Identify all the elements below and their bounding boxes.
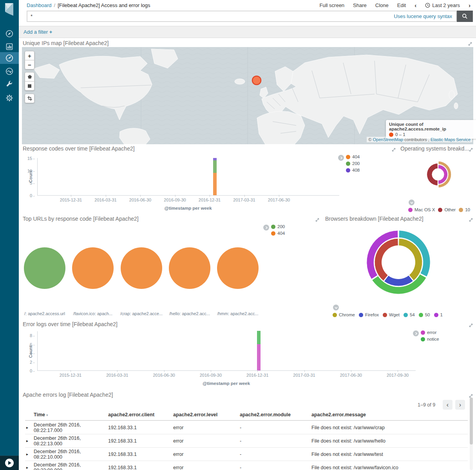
bar-segment-408[interactable] xyxy=(213,158,217,160)
openstreetmap-link[interactable]: OpenStreetMap xyxy=(373,137,404,142)
column-header-message[interactable]: apache2.error.message xyxy=(311,412,468,417)
legend-item-54[interactable]: 54 xyxy=(404,312,415,317)
column-header-module[interactable]: apache2.error.module xyxy=(240,412,311,417)
time-forward-button[interactable]: › xyxy=(469,2,471,8)
top-urls-legend-toggle[interactable] xyxy=(263,225,269,230)
time-picker[interactable]: Last 2 years xyxy=(425,2,460,8)
draw-polygon-button[interactable] xyxy=(25,72,34,82)
legend-item-Chrome[interactable]: Chrome xyxy=(333,312,355,317)
error-logs-expand-icon[interactable] xyxy=(469,322,473,327)
legend-item-Mac OS X[interactable]: Mac OS X xyxy=(408,207,435,212)
sidebar-item-timelion[interactable] xyxy=(0,65,19,77)
legend-item-error[interactable]: error xyxy=(421,330,439,335)
legend-item-404[interactable]: 404 xyxy=(271,231,285,236)
legend-item-404[interactable]: 404 xyxy=(346,154,360,159)
top-urls-pies xyxy=(22,246,320,290)
filter-bar: Add a filter + xyxy=(19,26,476,38)
response-codes-x-ticks: 2015-12-312016-03-312016-06-302016-09-30… xyxy=(37,195,339,202)
table-row[interactable]: ▸December 26th 2016, 08:22:17.000192.168… xyxy=(25,421,468,434)
search-button[interactable] xyxy=(457,11,473,22)
kibana-logo[interactable] xyxy=(0,0,19,19)
search-input[interactable]: * Uses lucene query syntax xyxy=(27,11,457,22)
bar-segment-error[interactable] xyxy=(257,344,261,371)
column-header-level[interactable]: apache2.error.level xyxy=(173,412,240,417)
os-legend-toggle[interactable] xyxy=(409,200,414,205)
legend-label: 404 xyxy=(277,231,285,236)
legend-item-10[interactable]: 10 xyxy=(459,207,470,212)
sidebar-collapse-button[interactable] xyxy=(5,459,14,467)
map-marker[interactable] xyxy=(252,76,261,85)
edit-button[interactable]: Edit xyxy=(397,2,406,8)
error-logs-panel-title: Error logs over time [Filebeat Apache2] xyxy=(23,321,118,327)
table-cell: 192.168.33.1 xyxy=(108,438,173,444)
legend-item-Other[interactable]: Other xyxy=(438,207,456,212)
add-filter-button[interactable]: Add a filter + xyxy=(24,29,52,35)
table-row[interactable]: ▸December 26th 2016, 08:22:08.000192.168… xyxy=(25,461,468,470)
browsers-legend-toggle[interactable] xyxy=(333,305,339,310)
pie-404[interactable] xyxy=(169,247,210,289)
row-expand-caret[interactable]: ▸ xyxy=(25,452,34,456)
bar-chart-icon xyxy=(5,42,14,51)
legend-item-Firefox[interactable]: Firefox xyxy=(359,312,379,317)
legend-item-200[interactable]: 200 xyxy=(346,161,360,166)
pagination-prev-button[interactable]: ‹ xyxy=(443,400,452,410)
response-codes-legend-toggle[interactable] xyxy=(338,155,344,161)
legend-item-50[interactable]: 50 xyxy=(419,312,430,317)
map-panel-expand-icon[interactable] xyxy=(468,41,472,45)
error-logs-legend-toggle[interactable] xyxy=(413,330,419,336)
table-cell: - xyxy=(240,438,311,444)
browsers-expand-icon[interactable] xyxy=(469,217,473,221)
pie-200[interactable] xyxy=(24,247,65,289)
top-urls-expand-icon[interactable] xyxy=(315,217,320,221)
table-cell: - xyxy=(240,465,311,470)
lucene-syntax-link[interactable]: Uses lucene query syntax xyxy=(394,13,452,19)
draw-rectangle-button[interactable] xyxy=(25,82,34,91)
sidebar-item-dashboard[interactable] xyxy=(0,52,19,64)
response-codes-expand-icon[interactable] xyxy=(391,147,396,151)
table-cell: - xyxy=(240,425,311,430)
share-button[interactable]: Share xyxy=(353,2,367,8)
top-urls-legend: 200404 xyxy=(271,224,285,236)
column-header-client[interactable]: apache2.error.client xyxy=(108,412,173,417)
x-tick-label: 2016-09-30 xyxy=(200,373,222,377)
elastic-maps-link[interactable]: Elastic Maps Service xyxy=(431,137,471,142)
legend-item-Wget[interactable]: Wget xyxy=(383,312,400,317)
pie-label: /: apache2.access.url xyxy=(24,311,65,316)
pie-404[interactable] xyxy=(217,247,259,289)
pagination-next-button[interactable]: › xyxy=(455,400,465,410)
table-row[interactable]: ▸December 26th 2016, 08:22:10.000192.168… xyxy=(25,448,468,461)
table-scrollbar-thumb[interactable] xyxy=(470,397,473,445)
fit-bounds-button[interactable] xyxy=(25,94,34,103)
sidebar-item-management[interactable] xyxy=(0,92,19,104)
legend-item-200[interactable]: 200 xyxy=(271,224,285,229)
os-panel-expand-icon[interactable] xyxy=(469,147,473,151)
row-expand-caret[interactable]: ▸ xyxy=(25,439,34,443)
column-header-time[interactable]: Time▾ xyxy=(34,412,108,417)
row-expand-caret[interactable]: ▸ xyxy=(25,465,34,470)
legend-item-408[interactable]: 408 xyxy=(346,168,360,172)
row-expand-caret[interactable]: ▸ xyxy=(25,425,34,430)
sidebar-item-visualize[interactable] xyxy=(0,41,19,53)
table-row[interactable]: ▸December 26th 2016, 08:22:13.000192.168… xyxy=(25,434,468,448)
pie-404[interactable] xyxy=(121,247,162,289)
sidebar-item-devtools[interactable] xyxy=(0,78,19,90)
legend-item-1[interactable]: 1 xyxy=(434,312,443,317)
bar-segment-notice[interactable] xyxy=(257,331,261,344)
clone-button[interactable]: Clone xyxy=(375,2,389,8)
sidebar-item-discover[interactable] xyxy=(0,28,19,40)
bar-segment-404[interactable] xyxy=(213,173,217,195)
table-cell: error xyxy=(173,425,240,430)
breadcrumb-dashboard-link[interactable]: Dashboard xyxy=(27,2,52,8)
legend-item-notice[interactable]: notice xyxy=(421,337,439,341)
donut-segment-Other[interactable] xyxy=(427,163,438,186)
legend-label: 54 xyxy=(410,312,415,317)
pie-404[interactable] xyxy=(72,247,114,289)
time-back-button[interactable]: ‹ xyxy=(414,2,416,8)
zoom-out-button[interactable]: − xyxy=(25,60,34,69)
browsers-panel-title: Browsers breakdown [Filebeat Apache2] xyxy=(325,216,424,222)
bar-segment-200[interactable] xyxy=(213,160,217,173)
full-screen-button[interactable]: Full screen xyxy=(320,2,345,8)
zoom-in-button[interactable]: + xyxy=(25,51,34,60)
table-panel-expand-icon[interactable] xyxy=(469,393,473,397)
legend-label: 10 xyxy=(465,207,470,212)
